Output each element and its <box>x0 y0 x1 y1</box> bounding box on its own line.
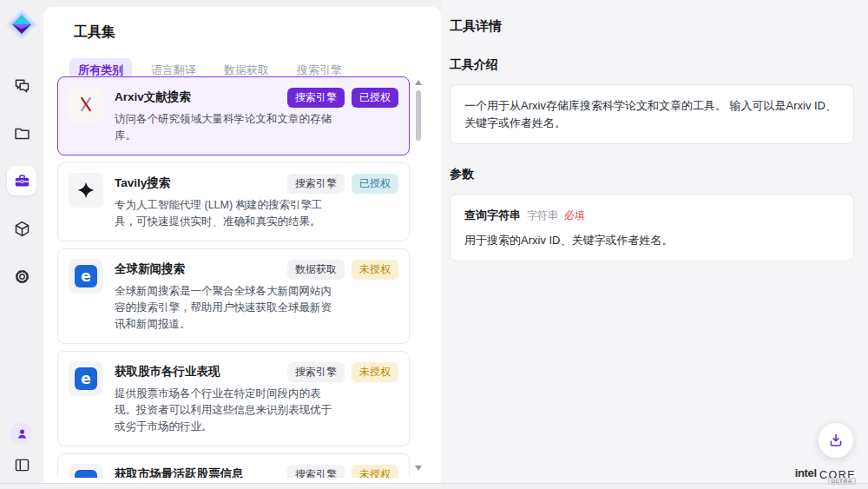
scroll-up-arrow-icon[interactable] <box>415 80 422 85</box>
tool-card-description: 专为人工智能代理 (LLM) 构建的搜索引擎工具，可快速提供实时、准确和真实的结… <box>115 197 333 231</box>
intro-text: 一个用于从Arxiv存储库搜索科学论文和文章的工具。 输入可以是Arxiv ID… <box>464 99 837 129</box>
blue-e-glyph: e <box>75 265 97 287</box>
auth-status-badge: 未授权 <box>352 362 398 382</box>
parameter-box: 查询字符串 字符串 必填 用于搜索的Arxiv ID、关键字或作者姓名。 <box>450 194 854 261</box>
cube-icon <box>13 220 31 238</box>
parameter-required-badge: 必填 <box>564 208 585 223</box>
tool-card[interactable]: Tavily搜索专为人工智能代理 (LLM) 构建的搜索引擎工具，可快速提供实时… <box>57 162 410 241</box>
auth-status-badge: 已授权 <box>352 88 398 108</box>
blue-e-icon: e <box>69 361 103 396</box>
parameter-type: 字符串 <box>527 208 558 223</box>
intel-core-logo: intel CORE ULTRA <box>795 466 856 482</box>
intro-heading: 工具介绍 <box>450 57 854 73</box>
tool-card-description: 提供股票市场各个行业在特定时间段内的表现。投资者可以利用这些信息来识别表现优于或… <box>115 386 333 436</box>
list-scrollbar[interactable] <box>414 80 423 471</box>
toolbox-icon <box>13 172 31 190</box>
category-badge: 搜索引擎 <box>287 174 345 194</box>
download-icon <box>827 432 845 449</box>
window-bottom-divider <box>0 483 868 484</box>
auth-status-badge: 已授权 <box>352 174 398 194</box>
intel-wordmark: intel <box>795 466 817 479</box>
sidebar-item-cube[interactable] <box>7 214 36 243</box>
auth-status-badge: 未授权 <box>352 260 398 280</box>
sidebar <box>0 0 43 483</box>
tool-card-list: Arxiv文献搜索访问各个研究领域大量科学论文和文章的存储库。搜索引擎已授权Ta… <box>57 76 410 478</box>
arxiv-icon <box>69 87 103 122</box>
tool-details-panel: 工具详情 工具介绍 一个用于从Arxiv存储库搜索科学论文和文章的工具。 输入可… <box>441 0 868 483</box>
tool-card[interactable]: e全球新闻搜索全球新闻搜索是一个聚合全球各大新闻网站内容的搜索引擎，帮助用户快速… <box>57 248 410 344</box>
blue-e-icon: e <box>69 464 103 478</box>
category-badge: 数据获取 <box>287 260 345 280</box>
category-badge: 搜索引擎 <box>287 465 345 478</box>
sidebar-bottom <box>0 422 43 476</box>
tool-card[interactable]: e获取股市各行业表现提供股票市场各个行业在特定时间段内的表现。投资者可以利用这些… <box>57 351 410 446</box>
page-title: 工具集 <box>43 7 441 42</box>
scrollbar-thumb[interactable] <box>416 90 421 141</box>
tool-card-description: 全球新闻搜索是一个聚合全球各大新闻网站内容的搜索引擎，帮助用户快速获取全球最新资… <box>115 283 333 334</box>
tool-card-description: 访问各个研究领域大量科学论文和文章的存储库。 <box>115 111 333 145</box>
sidebar-item-chat[interactable] <box>7 70 36 100</box>
tools-panel: 工具集 所有类别语言翻译数据获取搜索引擎 Arxiv文献搜索访问各个研究领域大量… <box>43 7 441 483</box>
tool-card[interactable]: Arxiv文献搜索访问各个研究领域大量科学论文和文章的存储库。搜索引擎已授权 <box>57 76 410 155</box>
tool-card[interactable]: e获取市场最活跃股票信息提供当天交易量最高的股票列表，投资者可以利用这些信息来识… <box>57 453 410 478</box>
intro-box: 一个用于从Arxiv存储库搜索科学论文和文章的工具。 输入可以是Arxiv ID… <box>450 84 854 144</box>
panel-toggle-icon[interactable] <box>10 453 33 476</box>
sidebar-item-settings[interactable] <box>7 261 36 291</box>
parameter-description: 用于搜索的Arxiv ID、关键字或作者姓名。 <box>464 232 839 249</box>
tavily-icon <box>69 173 103 208</box>
blue-e-glyph: e <box>75 367 97 390</box>
chat-icon <box>13 76 31 95</box>
sidebar-item-toolbox[interactable] <box>7 166 36 195</box>
scroll-down-arrow-icon[interactable] <box>415 466 422 471</box>
category-badge: 搜索引擎 <box>287 362 345 382</box>
details-title: 工具详情 <box>450 18 854 35</box>
blue-e-glyph: e <box>75 470 97 478</box>
download-button[interactable] <box>819 423 853 458</box>
app-logo-icon <box>5 8 38 41</box>
blue-e-icon: e <box>69 259 103 294</box>
user-avatar[interactable] <box>10 422 33 445</box>
auth-status-badge: 未授权 <box>352 465 398 478</box>
parameter-name: 查询字符串 <box>464 207 521 224</box>
params-heading: 参数 <box>450 167 854 182</box>
folder-icon <box>13 124 31 142</box>
sidebar-item-folder[interactable] <box>7 118 36 148</box>
category-badge: 搜索引擎 <box>287 88 345 108</box>
sidebar-nav <box>7 70 36 291</box>
settings-icon <box>13 268 31 286</box>
